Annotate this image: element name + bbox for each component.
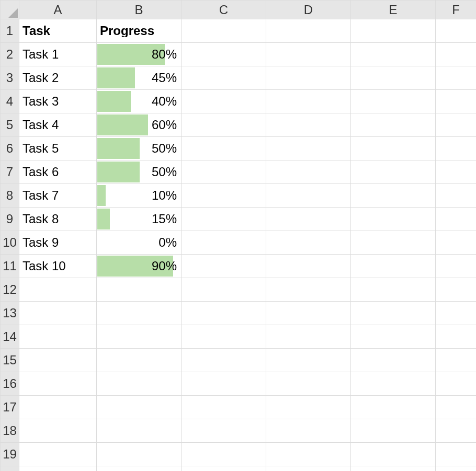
cell-F11[interactable]: [436, 255, 477, 278]
cell-D1[interactable]: [266, 19, 351, 43]
cell-C8[interactable]: [182, 184, 266, 208]
cell-F16[interactable]: [436, 372, 477, 396]
row-header-9[interactable]: 9: [1, 208, 19, 231]
cell-E3[interactable]: [351, 66, 436, 90]
cell-A7[interactable]: Task 6: [19, 160, 97, 184]
cell-C9[interactable]: [182, 208, 266, 231]
cell-B10[interactable]: 0%: [97, 231, 182, 255]
cell-E4[interactable]: [351, 90, 436, 113]
cell-A6[interactable]: Task 5: [19, 137, 97, 160]
cell-A10[interactable]: Task 9: [19, 231, 97, 255]
cell-D17[interactable]: [266, 396, 351, 419]
cell-D14[interactable]: [266, 325, 351, 349]
cell-A14[interactable]: [19, 325, 97, 349]
row-header-6[interactable]: 6: [1, 137, 19, 160]
select-all-corner[interactable]: [1, 1, 19, 19]
cell-D10[interactable]: [266, 231, 351, 255]
cell-A4[interactable]: Task 3: [19, 90, 97, 113]
cell-F13[interactable]: [436, 302, 477, 325]
cell-B13[interactable]: [97, 302, 182, 325]
cell-D12[interactable]: [266, 278, 351, 302]
cell-C10[interactable]: [182, 231, 266, 255]
cell-A9[interactable]: Task 8: [19, 208, 97, 231]
cell-E18[interactable]: [351, 419, 436, 443]
cell-C15[interactable]: [182, 349, 266, 372]
cell-F3[interactable]: [436, 66, 477, 90]
row-header-12[interactable]: 12: [1, 278, 19, 302]
cell-B16[interactable]: [97, 372, 182, 396]
col-header-D[interactable]: D: [266, 1, 351, 19]
cell-B8[interactable]: 10%: [97, 184, 182, 208]
cell-F18[interactable]: [436, 419, 477, 443]
cell-E14[interactable]: [351, 325, 436, 349]
cell-C20[interactable]: [182, 466, 266, 472]
cell-A20[interactable]: [19, 466, 97, 472]
spreadsheet-viewport[interactable]: A B C D E F 1 Task Progress 2 Task 1 80%: [0, 0, 476, 471]
row-header-18[interactable]: 18: [1, 419, 19, 443]
row-header-14[interactable]: 14: [1, 325, 19, 349]
cell-F4[interactable]: [436, 90, 477, 113]
cell-F7[interactable]: [436, 160, 477, 184]
cell-C17[interactable]: [182, 396, 266, 419]
cell-D15[interactable]: [266, 349, 351, 372]
cell-A2[interactable]: Task 1: [19, 43, 97, 66]
spreadsheet-grid[interactable]: A B C D E F 1 Task Progress 2 Task 1 80%: [0, 0, 476, 471]
cell-B2[interactable]: 80%: [97, 43, 182, 66]
cell-B6[interactable]: 50%: [97, 137, 182, 160]
cell-A15[interactable]: [19, 349, 97, 372]
cell-B4[interactable]: 40%: [97, 90, 182, 113]
cell-E16[interactable]: [351, 372, 436, 396]
cell-D7[interactable]: [266, 160, 351, 184]
cell-E9[interactable]: [351, 208, 436, 231]
cell-B12[interactable]: [97, 278, 182, 302]
cell-C3[interactable]: [182, 66, 266, 90]
cell-B19[interactable]: [97, 443, 182, 466]
cell-E17[interactable]: [351, 396, 436, 419]
cell-C18[interactable]: [182, 419, 266, 443]
cell-F17[interactable]: [436, 396, 477, 419]
cell-D16[interactable]: [266, 372, 351, 396]
cell-D2[interactable]: [266, 43, 351, 66]
cell-A11[interactable]: Task 10: [19, 255, 97, 278]
cell-D11[interactable]: [266, 255, 351, 278]
cell-E11[interactable]: [351, 255, 436, 278]
cell-E12[interactable]: [351, 278, 436, 302]
row-header-5[interactable]: 5: [1, 113, 19, 137]
cell-D4[interactable]: [266, 90, 351, 113]
cell-F20[interactable]: [436, 466, 477, 472]
cell-A13[interactable]: [19, 302, 97, 325]
row-header-15[interactable]: 15: [1, 349, 19, 372]
cell-B14[interactable]: [97, 325, 182, 349]
cell-F2[interactable]: [436, 43, 477, 66]
row-header-19[interactable]: 19: [1, 443, 19, 466]
row-header-20[interactable]: 20: [1, 466, 19, 472]
cell-A17[interactable]: [19, 396, 97, 419]
cell-B9[interactable]: 15%: [97, 208, 182, 231]
cell-F14[interactable]: [436, 325, 477, 349]
cell-D18[interactable]: [266, 419, 351, 443]
cell-E2[interactable]: [351, 43, 436, 66]
cell-F6[interactable]: [436, 137, 477, 160]
cell-F5[interactable]: [436, 113, 477, 137]
cell-E1[interactable]: [351, 19, 436, 43]
cell-C4[interactable]: [182, 90, 266, 113]
row-header-17[interactable]: 17: [1, 396, 19, 419]
cell-D6[interactable]: [266, 137, 351, 160]
cell-F1[interactable]: [436, 19, 477, 43]
cell-E5[interactable]: [351, 113, 436, 137]
cell-C6[interactable]: [182, 137, 266, 160]
cell-C7[interactable]: [182, 160, 266, 184]
cell-B18[interactable]: [97, 419, 182, 443]
cell-D5[interactable]: [266, 113, 351, 137]
cell-F12[interactable]: [436, 278, 477, 302]
cell-C13[interactable]: [182, 302, 266, 325]
row-header-11[interactable]: 11: [1, 255, 19, 278]
row-header-3[interactable]: 3: [1, 66, 19, 90]
cell-F9[interactable]: [436, 208, 477, 231]
cell-C2[interactable]: [182, 43, 266, 66]
row-header-16[interactable]: 16: [1, 372, 19, 396]
cell-C12[interactable]: [182, 278, 266, 302]
cell-E8[interactable]: [351, 184, 436, 208]
cell-A8[interactable]: Task 7: [19, 184, 97, 208]
cell-C16[interactable]: [182, 372, 266, 396]
